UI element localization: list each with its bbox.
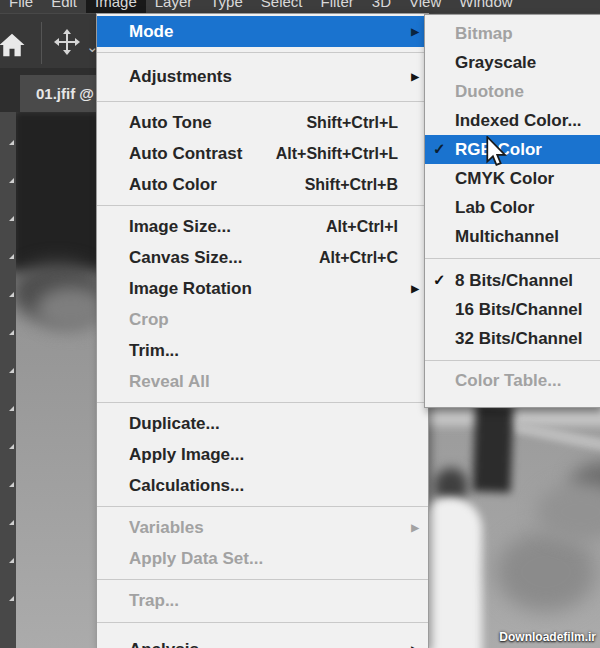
menu-item-duplicate[interactable]: Duplicate...: [97, 408, 428, 439]
menu-item-32-bits-channel[interactable]: 32 Bits/Channel: [425, 324, 600, 353]
menu-item-label: Auto Tone: [129, 113, 212, 133]
menu-item-analysis[interactable]: Analysis▶: [97, 628, 428, 648]
menu-item-multichannel[interactable]: Multichannel: [425, 222, 600, 251]
menu-item-shortcut: Alt+Ctrl+C: [319, 249, 420, 267]
menu-item-trap: Trap...: [97, 585, 428, 617]
menu-item-image-size[interactable]: Image Size...Alt+Ctrl+I: [97, 211, 428, 242]
menu-item-label: Image Rotation: [129, 279, 252, 299]
menubar-item-image[interactable]: Image: [86, 0, 146, 13]
menu-separator: [97, 205, 428, 206]
watermark: Downloadefilm.ir: [499, 630, 596, 644]
menubar-item-select[interactable]: Select: [252, 0, 312, 13]
menu-item-16-bits-channel[interactable]: 16 Bits/Channel: [425, 295, 600, 324]
menu-separator: [425, 360, 600, 361]
menu-item-reveal-all: Reveal All: [97, 366, 428, 397]
menu-bar: FileEditImageLayerTypeSelectFilter3DView…: [0, 0, 600, 13]
menu-item-label: Apply Image...: [129, 445, 244, 465]
menu-item-mode[interactable]: Mode▶: [97, 16, 428, 47]
tools-panel[interactable]: [0, 112, 16, 648]
menu-item-shortcut: Shift+Ctrl+L: [306, 114, 420, 132]
options-divider: [41, 22, 42, 64]
menubar-item-filter[interactable]: Filter: [312, 0, 363, 13]
menu-item-crop: Crop: [97, 304, 428, 335]
checkmark-icon: ✓: [433, 140, 446, 158]
checkmark-icon: ✓: [433, 271, 446, 289]
menubar-item-label: Edit: [51, 0, 77, 13]
menu-item-adjustments[interactable]: Adjustments▶: [97, 58, 428, 96]
move-tool-icon[interactable]: [53, 28, 81, 60]
menu-item-canvas-size[interactable]: Canvas Size...Alt+Ctrl+C: [97, 242, 428, 273]
menu-item-lab-color[interactable]: Lab Color: [425, 193, 600, 222]
tool-flyout-indicator-icon: [9, 292, 14, 297]
menu-item-label: Indexed Color...: [455, 111, 582, 131]
tool-flyout-indicator-icon: [9, 254, 14, 259]
menu-item-8-bits-channel[interactable]: ✓8 Bits/Channel: [425, 266, 600, 295]
menu-item-label: Mode: [129, 22, 173, 42]
menu-item-rgb-color[interactable]: ✓RGB Color: [425, 135, 600, 164]
menu-item-label: Trap...: [129, 591, 179, 611]
menu-item-label: Reveal All: [129, 372, 210, 392]
menu-item-label: Auto Color: [129, 175, 217, 195]
menubar-item-edit[interactable]: Edit: [42, 0, 86, 13]
menu-item-label: Duplicate...: [129, 414, 220, 434]
menu-item-shortcut: Alt+Ctrl+I: [326, 218, 420, 236]
home-icon[interactable]: [0, 30, 27, 64]
menu-separator: [425, 258, 600, 259]
menu-item-cmyk-color[interactable]: CMYK Color: [425, 164, 600, 193]
submenu-arrow-icon: ▶: [411, 644, 419, 648]
menubar-item-label: File: [9, 0, 33, 13]
menu-item-label: Bitmap: [455, 24, 513, 44]
tool-flyout-indicator-icon: [9, 444, 14, 449]
menu-separator: [97, 506, 428, 507]
tool-flyout-indicator-icon: [9, 178, 14, 183]
menu-item-auto-tone[interactable]: Auto ToneShift+Ctrl+L: [97, 107, 428, 138]
menu-item-label: 8 Bits/Channel: [455, 271, 573, 291]
submenu-arrow-icon: ▶: [411, 522, 419, 533]
menu-item-duotone: Duotone: [425, 77, 600, 106]
menu-item-label: Analysis: [129, 640, 199, 648]
menu-item-label: Apply Data Set...: [129, 549, 263, 569]
image-menu-dropdown: Mode▶Adjustments▶Auto ToneShift+Ctrl+LAu…: [96, 13, 429, 648]
menu-item-trim[interactable]: Trim...: [97, 335, 428, 366]
submenu-arrow-icon: ▶: [411, 26, 419, 37]
tool-flyout-indicator-icon: [9, 558, 14, 563]
menubar-item-layer[interactable]: Layer: [146, 0, 202, 13]
tool-flyout-indicator-icon: [9, 482, 14, 487]
menu-item-shortcut: Alt+Shift+Ctrl+L: [276, 145, 420, 163]
menu-item-calculations[interactable]: Calculations...: [97, 470, 428, 501]
menu-item-color-table: Color Table...: [425, 368, 600, 394]
menu-item-apply-image[interactable]: Apply Image...: [97, 439, 428, 470]
tool-flyout-indicator-icon: [9, 368, 14, 373]
tool-flyout-indicator-icon: [9, 216, 14, 221]
menu-item-label: Multichannel: [455, 227, 559, 247]
menu-item-auto-color[interactable]: Auto ColorShift+Ctrl+B: [97, 169, 428, 200]
menubar-item-label: Select: [261, 0, 303, 13]
tool-flyout-indicator-icon: [9, 406, 14, 411]
menu-item-label: Adjustments: [129, 67, 232, 87]
menubar-item-label: Image: [95, 0, 137, 13]
menubar-item-label: Type: [210, 0, 243, 13]
menubar-item-file[interactable]: File: [0, 0, 42, 13]
menubar-item-3d[interactable]: 3D: [363, 0, 400, 13]
menu-item-grayscale[interactable]: Grayscale: [425, 48, 600, 77]
menu-item-image-rotation[interactable]: Image Rotation▶: [97, 273, 428, 304]
tool-flyout-indicator-icon: [9, 520, 14, 525]
menubar-item-window[interactable]: Window: [450, 0, 521, 13]
menu-item-indexed-color[interactable]: Indexed Color...: [425, 106, 600, 135]
menubar-item-label: Filter: [321, 0, 354, 13]
menubar-item-view[interactable]: View: [400, 0, 450, 13]
submenu-arrow-icon: ▶: [411, 71, 419, 82]
menu-item-label: Trim...: [129, 341, 179, 361]
menubar-item-label: 3D: [372, 0, 391, 13]
menu-separator: [97, 579, 428, 580]
menu-item-label: Grayscale: [455, 53, 536, 73]
menu-separator: [97, 402, 428, 403]
mode-submenu: BitmapGrayscaleDuotoneIndexed Color...✓R…: [424, 14, 600, 408]
tool-flyout-indicator-icon: [9, 596, 14, 601]
menubar-item-type[interactable]: Type: [201, 0, 252, 13]
menu-item-label: Auto Contrast: [129, 144, 242, 164]
menubar-item-label: View: [409, 0, 441, 13]
menubar-item-label: Layer: [155, 0, 193, 13]
menu-item-auto-contrast[interactable]: Auto ContrastAlt+Shift+Ctrl+L: [97, 138, 428, 169]
menu-separator: [97, 52, 428, 53]
